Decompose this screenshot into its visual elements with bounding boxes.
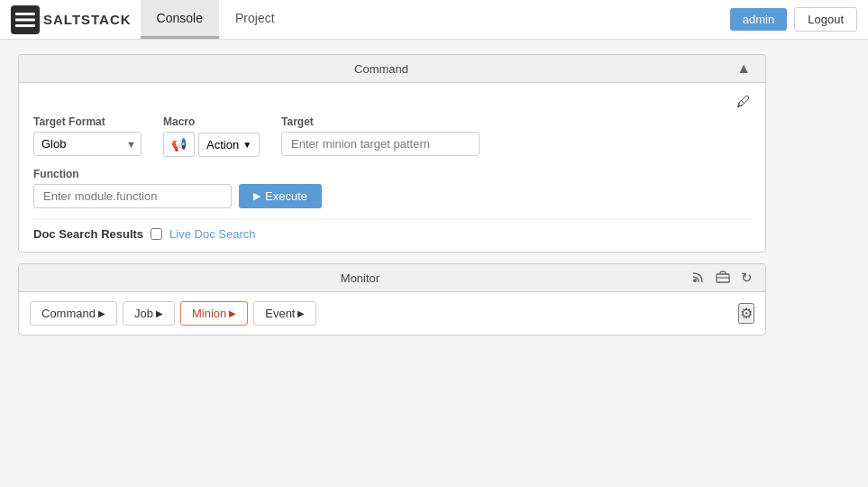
target-field-group: Target: [281, 115, 751, 156]
macro-controls: 📢 Action ▼: [163, 132, 260, 157]
feed-icon: [692, 271, 705, 283]
execute-button[interactable]: ▶ Execute: [239, 184, 322, 208]
target-format-group: Target Format Glob PCRE List Grain NodeG…: [33, 115, 142, 156]
function-label: Function: [33, 168, 232, 180]
target-input[interactable]: [281, 132, 480, 156]
doc-search-checkbox[interactable]: [151, 228, 162, 240]
tab-minion-label: Minion: [192, 307, 226, 320]
action-label: Action: [206, 138, 239, 152]
monitor-panel-title: Monitor: [30, 271, 690, 285]
logo-area: SALTSTACK: [11, 5, 132, 34]
target-format-label: Target Format: [33, 115, 142, 128]
admin-button[interactable]: admin: [730, 8, 787, 31]
command-collapse-button[interactable]: ▲: [733, 60, 754, 77]
logo-text: SALTSTACK: [43, 12, 132, 27]
tab-event-arrow-icon: ▶: [297, 308, 305, 318]
execute-label: Execute: [265, 189, 307, 203]
macro-megaphone-button[interactable]: 📢: [163, 132, 195, 157]
monitor-tabs: Command ▶ Job ▶ Minion ▶ Event ▶: [30, 301, 316, 326]
command-panel-body: 🖊 Target Format Glob PCRE List Grain Nod…: [19, 83, 765, 252]
logout-button[interactable]: Logout: [794, 7, 857, 32]
target-format-select-wrapper: Glob PCRE List Grain NodeGroup ▼: [33, 132, 142, 156]
macro-group: Macro 📢 Action ▼: [163, 115, 260, 157]
svg-rect-3: [15, 24, 35, 27]
function-input[interactable]: [33, 184, 232, 208]
command-panel-header: Command ▲: [19, 55, 765, 83]
svg-rect-2: [15, 18, 35, 21]
tab-job-arrow-icon: ▶: [156, 308, 163, 318]
doc-search-row: Doc Search Results Live Doc Search: [33, 227, 751, 241]
command-panel: Command ▲ 🖊 Target Format Glob PCRE List: [18, 54, 766, 253]
tab-event-label: Event: [265, 307, 295, 320]
tab-job-label: Job: [134, 307, 153, 320]
live-doc-search-link[interactable]: Live Doc Search: [169, 227, 255, 241]
tab-console[interactable]: Console: [141, 0, 219, 39]
topnav-right: admin Logout: [730, 7, 857, 32]
tab-minion-arrow-icon: ▶: [229, 308, 236, 318]
action-dropdown-button[interactable]: Action ▼: [198, 133, 260, 157]
monitor-panel-header: Monitor ↻: [19, 264, 765, 292]
macro-label: Macro: [163, 115, 260, 128]
target-format-select[interactable]: Glob PCRE List Grain NodeGroup: [33, 132, 142, 156]
tab-minion[interactable]: Minion ▶: [180, 301, 248, 326]
tab-command-label: Command: [41, 307, 96, 320]
main-content: Command ▲ 🖊 Target Format Glob PCRE List: [0, 40, 784, 361]
tab-command[interactable]: Command ▶: [30, 301, 117, 326]
doc-search-label: Doc Search Results: [33, 227, 143, 241]
function-group: Function: [33, 168, 232, 208]
play-icon: ▶: [253, 190, 260, 202]
monitor-panel: Monitor ↻: [18, 263, 766, 335]
command-panel-title: Command: [30, 62, 733, 76]
monitor-feed-button[interactable]: [690, 271, 707, 286]
svg-rect-1: [15, 13, 35, 15]
briefcase-icon: [716, 271, 730, 283]
monitor-gear-button[interactable]: ⚙: [738, 303, 754, 324]
svg-point-4: [693, 279, 697, 282]
monitor-header-icons: ↻: [690, 270, 754, 286]
eraser-button[interactable]: 🖊: [736, 94, 751, 110]
tab-event[interactable]: Event ▶: [253, 301, 316, 326]
tab-job[interactable]: Job ▶: [123, 301, 175, 326]
nav-tabs: Console Project: [141, 0, 291, 39]
command-toolbar: Target Format Glob PCRE List Grain NodeG…: [33, 115, 751, 157]
divider: [33, 219, 751, 220]
topnav: SALTSTACK Console Project admin Logout: [0, 0, 868, 40]
action-dropdown-arrow-icon: ▼: [242, 140, 251, 150]
monitor-body: Command ▶ Job ▶ Minion ▶ Event ▶ ⚙: [19, 292, 765, 335]
target-label: Target: [281, 115, 751, 128]
monitor-briefcase-button[interactable]: [714, 271, 732, 286]
saltstack-logo-icon: [11, 5, 40, 34]
tab-command-arrow-icon: ▶: [98, 308, 105, 318]
tab-project[interactable]: Project: [219, 0, 291, 39]
function-row: Function ▶ Execute: [33, 168, 751, 208]
monitor-refresh-button[interactable]: ↻: [739, 270, 754, 286]
